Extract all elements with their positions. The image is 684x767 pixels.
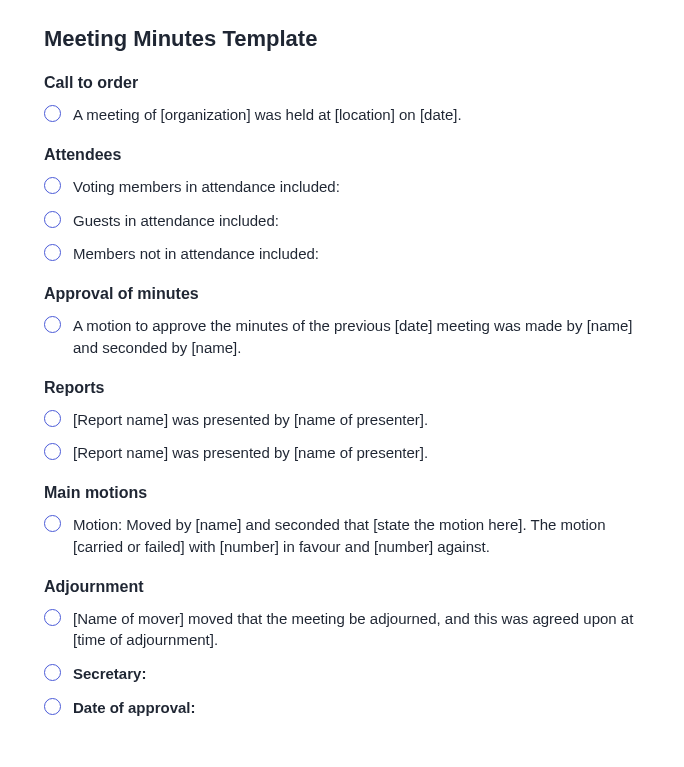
task-text: Motion: Moved by [name] and seconded tha… <box>73 514 640 558</box>
radio-unchecked-icon[interactable] <box>44 316 61 333</box>
task-item: Date of approval: <box>44 697 640 719</box>
task-item: Secretary: <box>44 663 640 685</box>
task-text: A motion to approve the minutes of the p… <box>73 315 640 359</box>
task-text: [Report name] was presented by [name of … <box>73 442 428 464</box>
radio-unchecked-icon[interactable] <box>44 244 61 261</box>
task-text: A meeting of [organization] was held at … <box>73 104 462 126</box>
page-title: Meeting Minutes Template <box>44 26 640 52</box>
radio-unchecked-icon[interactable] <box>44 410 61 427</box>
task-item: Guests in attendance included: <box>44 210 640 232</box>
radio-unchecked-icon[interactable] <box>44 105 61 122</box>
task-item: Motion: Moved by [name] and seconded tha… <box>44 514 640 558</box>
task-item: [Report name] was presented by [name of … <box>44 409 640 431</box>
section-heading-call-to-order: Call to order <box>44 74 640 92</box>
task-text: Voting members in attendance included: <box>73 176 340 198</box>
task-item: Voting members in attendance included: <box>44 176 640 198</box>
task-item: [Name of mover] moved that the meeting b… <box>44 608 640 652</box>
section-heading-main-motions: Main motions <box>44 484 640 502</box>
radio-unchecked-icon[interactable] <box>44 698 61 715</box>
radio-unchecked-icon[interactable] <box>44 515 61 532</box>
radio-unchecked-icon[interactable] <box>44 211 61 228</box>
section-heading-attendees: Attendees <box>44 146 640 164</box>
task-item: A motion to approve the minutes of the p… <box>44 315 640 359</box>
task-text: Date of approval: <box>73 697 196 719</box>
radio-unchecked-icon[interactable] <box>44 443 61 460</box>
task-item: Members not in attendance included: <box>44 243 640 265</box>
radio-unchecked-icon[interactable] <box>44 609 61 626</box>
task-item: A meeting of [organization] was held at … <box>44 104 640 126</box>
radio-unchecked-icon[interactable] <box>44 664 61 681</box>
section-heading-adjournment: Adjournment <box>44 578 640 596</box>
task-text: [Name of mover] moved that the meeting b… <box>73 608 640 652</box>
radio-unchecked-icon[interactable] <box>44 177 61 194</box>
section-heading-approval-of-minutes: Approval of minutes <box>44 285 640 303</box>
task-item: [Report name] was presented by [name of … <box>44 442 640 464</box>
task-text: [Report name] was presented by [name of … <box>73 409 428 431</box>
task-text: Members not in attendance included: <box>73 243 319 265</box>
task-text: Guests in attendance included: <box>73 210 279 232</box>
section-heading-reports: Reports <box>44 379 640 397</box>
task-text: Secretary: <box>73 663 146 685</box>
